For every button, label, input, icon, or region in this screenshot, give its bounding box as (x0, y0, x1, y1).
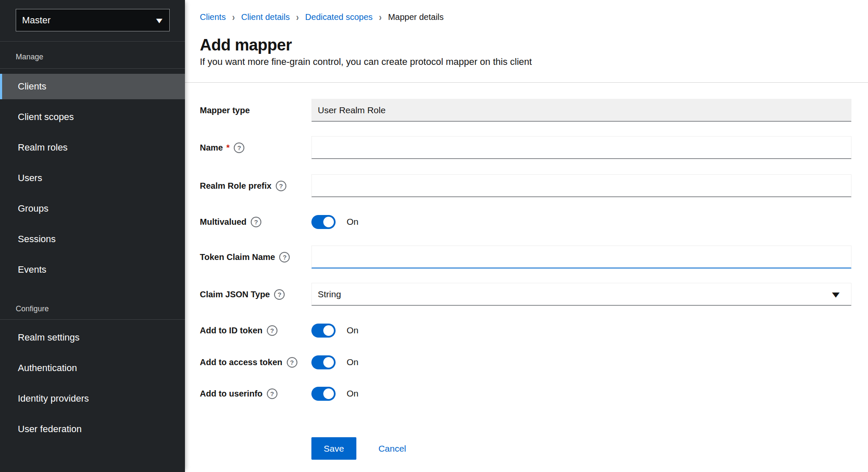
add-to-userinfo-state: On (347, 388, 358, 399)
form-actions: Save Cancel (311, 437, 851, 460)
form-row-add-to-id-token: Add to ID token ? On (200, 321, 851, 340)
mapper-type-label: Mapper type (200, 106, 250, 115)
form-row-token-claim-name: Token Claim Name ? (200, 246, 851, 268)
add-to-access-token-state: On (347, 357, 358, 367)
chevron-down-icon: ▾ (156, 16, 162, 25)
sidebar-item-label: Clients (18, 81, 46, 92)
realm-role-prefix-label: Realm Role prefix (200, 181, 272, 191)
sidebar-item-users[interactable]: Users (0, 165, 185, 191)
form-row-realm-role-prefix: Realm Role prefix ? (200, 174, 851, 197)
realm-role-prefix-input[interactable] (311, 174, 851, 197)
breadcrumb-link-dedicated-scopes[interactable]: Dedicated scopes (305, 12, 372, 22)
sidebar-divider (0, 41, 185, 42)
multivalued-state: On (347, 217, 358, 227)
sidebar: Master ▾ Manage Clients Client scopes Re… (0, 0, 185, 472)
sidebar-item-label: Authentication (18, 363, 77, 374)
chevron-right-icon: › (232, 11, 235, 23)
sidebar-item-label: Users (18, 173, 42, 184)
sidebar-item-clients[interactable]: Clients (0, 74, 185, 99)
claim-json-type-value: String (318, 289, 833, 299)
cancel-link[interactable]: Cancel (378, 444, 406, 454)
name-label: Name (200, 143, 223, 153)
add-to-access-token-label: Add to access token (200, 357, 283, 367)
help-icon[interactable]: ? (267, 388, 277, 399)
token-claim-name-input[interactable] (311, 246, 851, 268)
toggle-knob (323, 325, 334, 336)
form-row-multivalued: Multivalued ? On (200, 212, 851, 231)
sidebar-item-label: User federation (18, 424, 81, 435)
chevron-right-icon: › (296, 11, 299, 23)
sidebar-item-realm-settings[interactable]: Realm settings (0, 325, 185, 350)
main-content: Clients › Client details › Dedicated sco… (185, 0, 868, 472)
sidebar-item-label: Client scopes (18, 112, 74, 123)
nav-section-title-configure: Configure (0, 304, 185, 313)
sidebar-item-label: Identity providers (18, 393, 89, 404)
realm-selector-value: Master (22, 15, 157, 26)
sidebar-item-events[interactable]: Events (0, 257, 185, 282)
nav-list-manage: Clients Client scopes Realm roles Users … (0, 74, 185, 282)
add-to-userinfo-label: Add to userinfo (200, 389, 263, 399)
nav-section-title-manage: Manage (0, 53, 185, 61)
mapper-type-field (311, 99, 851, 122)
multivalued-label: Multivalued (200, 217, 246, 227)
sidebar-item-label: Realm roles (18, 142, 67, 153)
add-to-id-token-state: On (347, 325, 358, 335)
sidebar-item-realm-roles[interactable]: Realm roles (0, 135, 185, 160)
breadcrumb: Clients › Client details › Dedicated sco… (200, 12, 851, 22)
multivalued-toggle[interactable] (311, 215, 336, 229)
sidebar-item-user-federation[interactable]: User federation (0, 416, 185, 442)
realm-selector[interactable]: Master ▾ (16, 9, 170, 31)
page-title: Add mapper (200, 35, 851, 55)
form-row-add-to-userinfo: Add to userinfo ? On (200, 384, 851, 403)
breadcrumb-current: Mapper details (388, 12, 444, 22)
help-icon[interactable]: ? (267, 325, 277, 336)
sidebar-item-authentication[interactable]: Authentication (0, 355, 185, 381)
sidebar-item-label: Groups (18, 203, 48, 214)
nav-list-configure: Realm settings Authentication Identity p… (0, 325, 185, 442)
toggle-knob (323, 217, 334, 227)
name-input[interactable] (311, 136, 851, 159)
required-asterisk: * (226, 143, 230, 153)
help-icon[interactable]: ? (234, 142, 244, 153)
chevron-right-icon: › (379, 11, 381, 23)
breadcrumb-link-clients[interactable]: Clients (200, 12, 226, 22)
breadcrumb-link-client-details[interactable]: Client details (241, 12, 290, 22)
sidebar-item-identity-providers[interactable]: Identity providers (0, 386, 185, 411)
add-to-access-token-toggle[interactable] (311, 355, 336, 369)
help-icon[interactable]: ? (251, 217, 261, 227)
sidebar-item-client-scopes[interactable]: Client scopes (0, 104, 185, 130)
sidebar-item-label: Realm settings (18, 332, 80, 343)
sidebar-item-label: Sessions (18, 234, 56, 245)
sidebar-item-sessions[interactable]: Sessions (0, 226, 185, 252)
token-claim-name-label: Token Claim Name (200, 252, 275, 262)
add-mapper-form: Mapper type Name * ? Realm Role (185, 83, 868, 460)
add-to-id-token-label: Add to ID token (200, 326, 263, 335)
sidebar-item-label: Events (18, 264, 46, 275)
page-subtitle: If you want more fine-grain control, you… (200, 57, 851, 67)
form-row-mapper-type: Mapper type (200, 99, 851, 122)
help-icon[interactable]: ? (287, 357, 297, 368)
app-window: Master ▾ Manage Clients Client scopes Re… (0, 0, 868, 472)
form-row-name: Name * ? (200, 136, 851, 159)
save-button[interactable]: Save (311, 437, 356, 460)
toggle-knob (323, 357, 334, 368)
sidebar-item-groups[interactable]: Groups (0, 196, 185, 221)
chevron-down-icon: ▾ (832, 289, 840, 299)
add-to-userinfo-toggle[interactable] (311, 387, 336, 401)
page-header: Clients › Client details › Dedicated sco… (185, 0, 868, 83)
help-icon[interactable]: ? (276, 181, 286, 191)
sidebar-divider (0, 68, 185, 69)
sidebar-divider (0, 319, 185, 320)
form-row-claim-json-type: Claim JSON Type ? String ▾ (200, 283, 851, 306)
claim-json-type-label: Claim JSON Type (200, 290, 270, 299)
add-to-id-token-toggle[interactable] (311, 324, 336, 338)
help-icon[interactable]: ? (274, 289, 285, 300)
claim-json-type-select[interactable]: String ▾ (311, 283, 851, 306)
help-icon[interactable]: ? (279, 252, 290, 263)
form-row-add-to-access-token: Add to access token ? On (200, 353, 851, 371)
toggle-knob (323, 388, 334, 399)
